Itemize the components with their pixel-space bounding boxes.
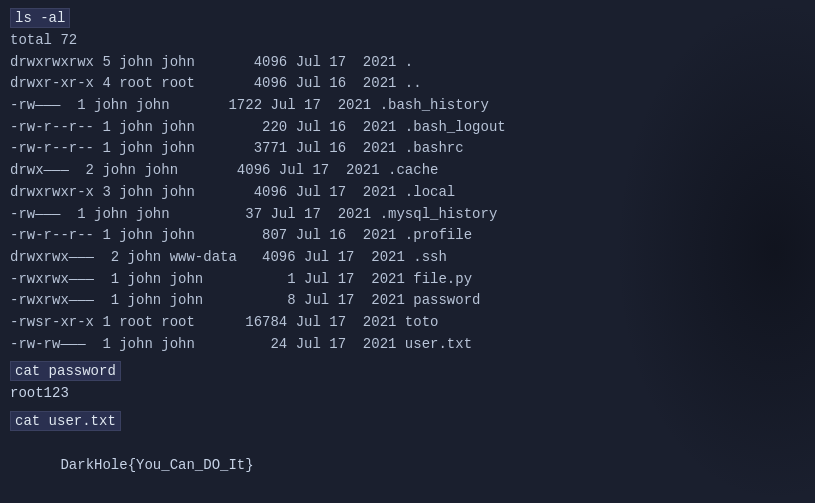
ls-line-9: drwxrwx——— 2 john www-data 4096 Jul 17 2… (10, 247, 805, 269)
command-cat-usertxt-text: cat user.txt (10, 411, 121, 431)
ls-line-0: drwxrwxrwx 5 john john 4096 Jul 17 2021 … (10, 52, 805, 74)
command-cat-password: cat password (10, 361, 805, 383)
ls-line-12: -rwsr-xr-x 1 root root 16784 Jul 17 2021… (10, 312, 805, 334)
command-cat-password-text: cat password (10, 361, 121, 381)
ls-line-4: -rw-r--r-- 1 john john 3771 Jul 16 2021 … (10, 138, 805, 160)
terminal-window: ls -al total 72 drwxrwxrwx 5 john john 4… (0, 0, 815, 503)
terminal-content: ls -al total 72 drwxrwxrwx 5 john john 4… (10, 8, 805, 503)
command-ls: ls -al (10, 8, 805, 30)
ls-line-13: -rw-rw——— 1 john john 24 Jul 17 2021 use… (10, 334, 805, 356)
ls-line-7: -rw——— 1 john john 37 Jul 17 2021 .mysql… (10, 204, 805, 226)
ls-line-3: -rw-r--r-- 1 john john 220 Jul 16 2021 .… (10, 117, 805, 139)
command-ls-text: ls -al (10, 8, 70, 28)
ls-line-1: drwxr-xr-x 4 root root 4096 Jul 16 2021 … (10, 73, 805, 95)
command-cat-usertxt: cat user.txt (10, 411, 805, 433)
cat-usertxt-output: DarkHole{You_Can_DO_It} (10, 433, 805, 498)
ls-line-11: -rwxrwx——— 1 john john 8 Jul 17 2021 pas… (10, 290, 805, 312)
ls-line-5: drwx——— 2 john john 4096 Jul 17 2021 .ca… (10, 160, 805, 182)
ls-line-6: drwxrwxr-x 3 john john 4096 Jul 17 2021 … (10, 182, 805, 204)
cat-password-output: root123 (10, 383, 805, 405)
ls-total: total 72 (10, 30, 805, 52)
ls-output: total 72 drwxrwxrwx 5 john john 4096 Jul… (10, 30, 805, 355)
ls-line-2: -rw——— 1 john john 1722 Jul 17 2021 .bas… (10, 95, 805, 117)
ls-line-8: -rw-r--r-- 1 john john 807 Jul 16 2021 .… (10, 225, 805, 247)
ls-line-10: -rwxrwx——— 1 john john 1 Jul 17 2021 fil… (10, 269, 805, 291)
cursor-line (10, 498, 805, 503)
